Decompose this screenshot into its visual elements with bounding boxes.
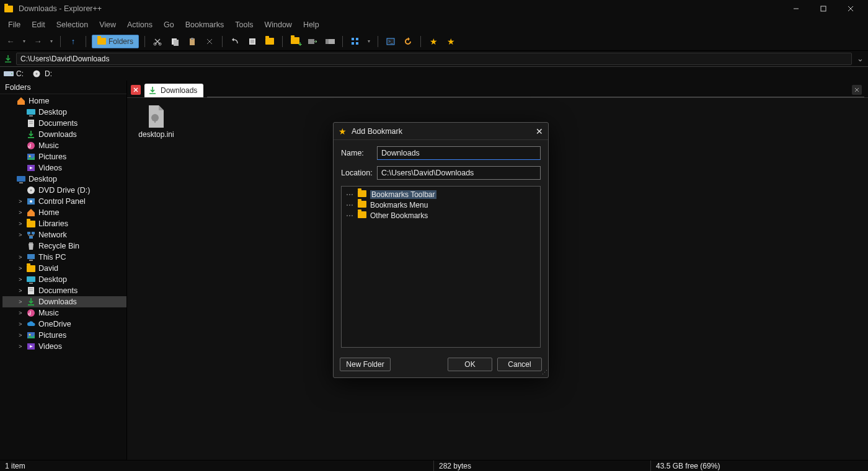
tree-node-pictures[interactable]: >Pictures — [2, 330, 126, 341]
tree-node-control-panel[interactable]: >Control Panel — [2, 196, 126, 207]
expand-icon[interactable]: > — [17, 299, 24, 305]
tree-node-home[interactable]: >Home — [2, 207, 126, 218]
menu-view[interactable]: View — [94, 19, 122, 31]
paste-button[interactable] — [185, 35, 199, 48]
close-button[interactable] — [837, 0, 864, 17]
close-previous-tab-button[interactable] — [131, 85, 141, 95]
nav-forward-button[interactable]: → — [31, 35, 45, 48]
tree-node-network[interactable]: >Network — [2, 229, 126, 240]
delete-button[interactable] — [203, 35, 216, 48]
tree-node-david[interactable]: >David — [2, 263, 126, 274]
cut-button[interactable] — [151, 35, 164, 48]
ok-button[interactable]: OK — [448, 358, 492, 371]
menu-window[interactable]: Window — [259, 19, 297, 31]
copy-to-button[interactable] — [306, 35, 319, 48]
menu-edit[interactable]: Edit — [26, 19, 51, 31]
rename-button[interactable] — [263, 35, 277, 48]
menu-file[interactable]: File — [2, 19, 26, 31]
refresh-button[interactable] — [401, 35, 415, 48]
tree-node-home[interactable]: Home — [2, 95, 126, 107]
expand-icon[interactable]: > — [17, 310, 24, 316]
bookmark-folder-tree[interactable]: ⋯ Bookmarks Toolbar⋯ Bookmarks Menu⋯ Oth… — [341, 186, 541, 348]
bookmark-folder-other-bookmarks[interactable]: ⋯ Other Bookmarks — [345, 210, 536, 221]
drive-c[interactable]: C: — [4, 69, 24, 78]
drive-d[interactable]: D: — [32, 69, 52, 78]
tree-node-videos[interactable]: Videos — [2, 162, 126, 174]
dialog-title-bar[interactable]: ★ Add Bookmark ✕ — [334, 123, 548, 140]
tree-node-dvd-drive-d-[interactable]: DVD Drive (D:) — [2, 185, 126, 196]
tree-node-music[interactable]: Music — [2, 140, 126, 151]
expand-icon[interactable]: > — [17, 198, 24, 205]
undo-button[interactable] — [228, 35, 242, 48]
bookmark-location-input[interactable] — [377, 166, 541, 180]
bookmark-folder-bookmarks-menu[interactable]: ⋯ Bookmarks Menu — [345, 200, 536, 210]
tree-node-desktop[interactable]: >Desktop — [2, 274, 126, 285]
nav-back-menu[interactable]: ▾ — [21, 35, 27, 48]
tree-node-libraries[interactable]: >Libraries — [2, 218, 126, 229]
expand-icon[interactable]: > — [17, 232, 24, 238]
tree-label: Desktop — [38, 108, 67, 117]
cancel-button[interactable]: Cancel — [497, 358, 542, 371]
resize-grip[interactable]: ⋰ — [542, 369, 546, 376]
terminal-button[interactable]: >_ — [384, 35, 397, 48]
tab-downloads[interactable]: Downloads — [144, 84, 203, 97]
menu-actions[interactable]: Actions — [122, 19, 158, 31]
bookmark-open-button[interactable]: ★ — [444, 35, 458, 48]
menu-help[interactable]: Help — [298, 19, 325, 31]
tree-node-this-pc[interactable]: >This PC — [2, 252, 126, 263]
file-item[interactable]: desktop.ini — [133, 104, 179, 139]
minimize-button[interactable] — [782, 0, 810, 17]
nav-up-button[interactable]: ↑ — [66, 35, 80, 48]
expand-icon[interactable]: > — [17, 254, 24, 260]
tree-label: Home — [29, 97, 49, 105]
expand-icon[interactable]: > — [17, 343, 24, 350]
menu-go[interactable]: Go — [158, 19, 180, 31]
tree-node-downloads[interactable]: >Downloads — [2, 296, 126, 307]
expand-icon[interactable]: > — [17, 265, 24, 271]
bookmark-folder-bookmarks-toolbar[interactable]: ⋯ Bookmarks Toolbar — [345, 189, 536, 200]
menu-tools[interactable]: Tools — [229, 19, 259, 31]
tree-node-documents[interactable]: Documents — [2, 118, 126, 129]
tree-node-recycle-bin[interactable]: Recycle Bin — [2, 240, 126, 252]
icons-view-button[interactable] — [348, 35, 362, 48]
tree-node-desktop[interactable]: Desktop — [2, 174, 126, 185]
address-input[interactable] — [16, 53, 852, 65]
address-bar: ⌄ — [0, 51, 868, 67]
tree-node-downloads[interactable]: Downloads — [2, 129, 126, 140]
new-folder-button[interactable]: New Folder — [340, 358, 391, 371]
view-menu[interactable]: ▾ — [366, 35, 372, 48]
menu-bookmarks[interactable]: Bookmarks — [180, 19, 230, 31]
doc-icon — [26, 118, 36, 128]
tree-node-videos[interactable]: >Videos — [2, 341, 126, 352]
dialog-close-button[interactable]: ✕ — [536, 126, 543, 136]
tree-label: David — [38, 264, 58, 273]
status-size: 282 bytes — [434, 460, 651, 471]
menu-selection[interactable]: Selection — [51, 19, 94, 31]
expand-icon[interactable]: > — [17, 321, 24, 327]
expand-icon[interactable]: > — [17, 332, 24, 338]
tree-node-documents[interactable]: >Documents — [2, 285, 126, 296]
expand-icon[interactable]: > — [17, 288, 24, 294]
tab-close-button[interactable] — [852, 85, 862, 95]
tree-node-pictures[interactable]: Pictures — [2, 151, 126, 162]
new-folder-button[interactable]: + — [288, 35, 302, 48]
svg-rect-49 — [29, 260, 33, 261]
properties-button[interactable] — [246, 35, 259, 48]
maximize-button[interactable] — [810, 0, 837, 17]
address-history-dropdown[interactable]: ⌄ — [856, 54, 864, 63]
expand-icon[interactable]: > — [17, 209, 24, 216]
tree-node-onedrive[interactable]: >OneDrive — [2, 319, 126, 330]
nav-back-button[interactable]: ← — [4, 35, 17, 48]
copy-button[interactable] — [168, 35, 182, 48]
expand-icon[interactable]: > — [17, 221, 24, 227]
bookmark-add-button[interactable]: ★ — [427, 35, 440, 48]
tree-node-desktop[interactable]: Desktop — [2, 107, 126, 118]
tree-node-music[interactable]: >Music — [2, 307, 126, 319]
nav-forward-menu[interactable]: ▾ — [48, 35, 55, 48]
move-to-button[interactable] — [323, 35, 337, 48]
expand-icon[interactable]: > — [17, 276, 24, 283]
bookmark-name-input[interactable] — [377, 146, 541, 160]
folders-pane-toggle[interactable]: Folders — [92, 35, 139, 48]
tree-label: Downloads — [38, 297, 77, 306]
folder-tree[interactable]: HomeDesktopDocumentsDownloadsMusicPictur… — [0, 94, 126, 460]
